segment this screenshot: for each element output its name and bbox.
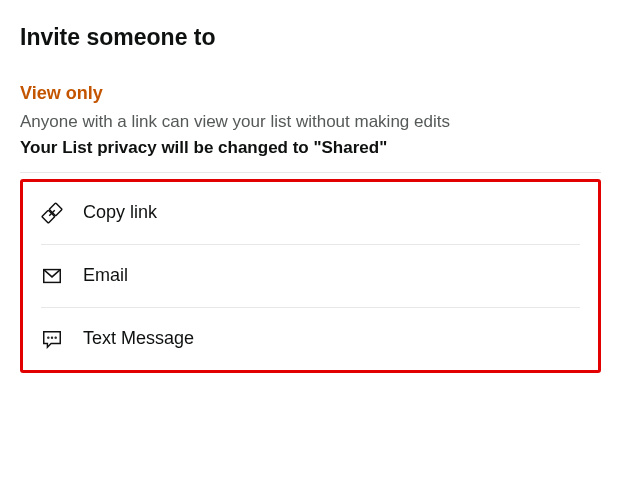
email-option[interactable]: Email bbox=[41, 244, 580, 307]
text-message-option[interactable]: Text Message bbox=[41, 307, 580, 370]
svg-point-4 bbox=[48, 337, 49, 338]
option-label: Copy link bbox=[83, 202, 157, 223]
option-label: Email bbox=[83, 265, 128, 286]
email-icon bbox=[41, 265, 83, 287]
svg-point-6 bbox=[55, 337, 56, 338]
permission-subtitle: View only bbox=[20, 83, 601, 104]
link-icon bbox=[41, 202, 83, 224]
option-label: Text Message bbox=[83, 328, 194, 349]
text-message-icon bbox=[41, 328, 83, 350]
divider bbox=[20, 172, 601, 173]
permission-description: Anyone with a link can view your list wi… bbox=[20, 110, 601, 134]
privacy-note: Your List privacy will be changed to "Sh… bbox=[20, 138, 601, 158]
share-options-list: Copy link Email Text Message bbox=[20, 179, 601, 373]
copy-link-option[interactable]: Copy link bbox=[41, 182, 580, 244]
page-title: Invite someone to bbox=[20, 24, 601, 51]
svg-point-5 bbox=[52, 337, 53, 338]
